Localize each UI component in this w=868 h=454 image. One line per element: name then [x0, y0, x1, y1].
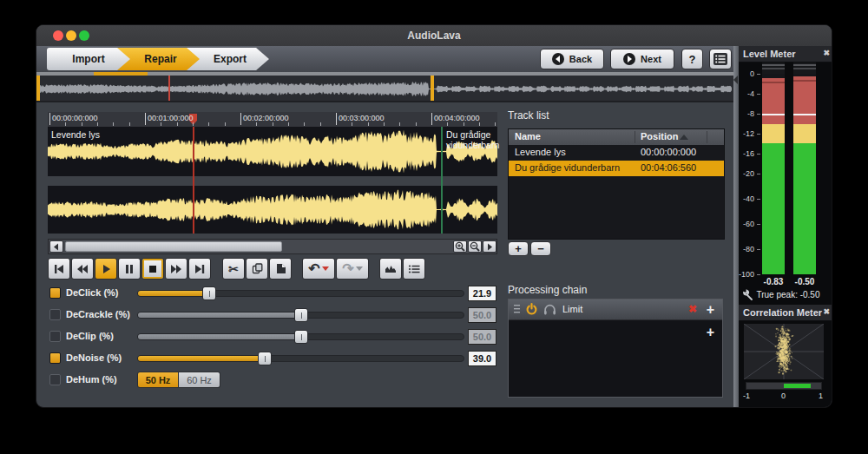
- overview-position-strip[interactable]: [36, 72, 733, 76]
- drag-handle-icon[interactable]: [514, 305, 521, 314]
- declip-checkbox[interactable]: [49, 331, 61, 342]
- scroll-right-icon: [486, 243, 493, 251]
- level-scale-label: -60: [739, 220, 754, 228]
- chain-item-limit[interactable]: Limit ✖ +: [509, 299, 722, 320]
- timeline-ruler[interactable]: 00:00:00:00000:01:00:00000:02:00:00000:0…: [48, 112, 497, 127]
- overview-visible-region[interactable]: [94, 72, 148, 76]
- timeline-minor-tick: [113, 122, 114, 126]
- correlation-scale-max: 1: [819, 391, 823, 400]
- declip-value[interactable]: 50.0: [468, 329, 496, 345]
- denoise-slider[interactable]: [137, 355, 464, 362]
- skip-to-end-button[interactable]: [188, 258, 211, 280]
- timeline-minor-tick: [495, 122, 496, 126]
- dehum-60hz-option[interactable]: 60 Hz: [179, 372, 220, 388]
- add-track-button[interactable]: +: [508, 241, 529, 256]
- decrackle-checkbox[interactable]: [49, 309, 61, 320]
- declick-checkbox[interactable]: [49, 287, 61, 299]
- decrackle-slider[interactable]: [137, 312, 464, 319]
- track-list-header[interactable]: Name Position: [509, 129, 724, 145]
- remove-track-minus-icon: −: [537, 242, 544, 255]
- waveform-channel-left[interactable]: [48, 127, 497, 176]
- append-effect-icon[interactable]: +: [707, 326, 714, 339]
- processing-chain-title: Processing chain: [508, 284, 587, 296]
- declick-slider[interactable]: [137, 290, 464, 297]
- rewind-button[interactable]: [71, 258, 94, 280]
- play-icon: [100, 264, 112, 274]
- column-header-name[interactable]: Name: [515, 131, 541, 141]
- session-overview[interactable]: [36, 72, 733, 102]
- skip-to-start-button[interactable]: [48, 258, 70, 280]
- back-button[interactable]: Back: [540, 49, 604, 69]
- waveform-channel-right[interactable]: [48, 186, 497, 234]
- stop-button[interactable]: [141, 258, 164, 280]
- waveform-left-svg: [48, 127, 497, 176]
- remove-effect-icon[interactable]: ✖: [688, 303, 697, 315]
- power-icon[interactable]: [525, 303, 538, 316]
- track-row-1-position: 00:00:00:000: [641, 147, 696, 157]
- level-scale-label: 0: [739, 69, 754, 78]
- tab-import[interactable]: Import: [47, 48, 130, 70]
- collapse-panel-icon[interactable]: [733, 76, 738, 84]
- paste-button[interactable]: [269, 258, 292, 280]
- denoise-slider-handle[interactable]: [258, 352, 272, 365]
- level-scale-tick: [757, 154, 760, 155]
- timeline-minor-tick: [416, 122, 417, 126]
- dehum-checkbox[interactable]: [49, 374, 61, 385]
- track-list-view-button[interactable]: [403, 258, 425, 280]
- track-boundary-line: [441, 127, 443, 234]
- headphones-monitor-icon[interactable]: [543, 303, 556, 316]
- declick-slider-handle[interactable]: [202, 286, 216, 300]
- play-button[interactable]: [95, 258, 117, 280]
- peak-hold-zone-left: [762, 63, 785, 74]
- level-bar-left: [762, 74, 785, 274]
- decrackle-slider-handle[interactable]: [294, 308, 308, 322]
- scrollbar-thumb[interactable]: [65, 241, 282, 252]
- declip-slider[interactable]: [137, 333, 464, 340]
- correlation-scale-zero: 0: [781, 391, 786, 400]
- log-list-button[interactable]: [709, 49, 732, 69]
- scroll-right-button[interactable]: [483, 240, 496, 253]
- overview-playhead[interactable]: [168, 76, 170, 101]
- track-row-1[interactable]: Levende lys 00:00:00:000: [509, 145, 724, 161]
- fast-forward-button[interactable]: [165, 258, 187, 280]
- redo-dropdown-icon[interactable]: [356, 266, 363, 271]
- undo-button[interactable]: ↶: [302, 258, 335, 280]
- waveform-view-button[interactable]: [379, 258, 402, 280]
- zoom-out-button[interactable]: [468, 240, 482, 253]
- correlation-meter-close-icon[interactable]: ✖: [823, 307, 830, 316]
- level-scale-tick: [757, 134, 760, 135]
- wave-scrollbar[interactable]: [48, 239, 497, 254]
- track-row-2[interactable]: Du grådige vidunderbarn 00:04:06:560: [509, 161, 724, 176]
- scroll-left-button[interactable]: [49, 240, 63, 253]
- dehum-50hz-option[interactable]: 50 Hz: [137, 372, 179, 388]
- level-scale-label: -4: [739, 89, 754, 98]
- help-button[interactable]: ?: [681, 49, 703, 69]
- column-separator[interactable]: [707, 131, 707, 143]
- correlation-value-segment: [784, 384, 811, 388]
- next-arrow-icon: [623, 53, 635, 65]
- denoise-checkbox[interactable]: [49, 352, 61, 364]
- column-separator[interactable]: [635, 131, 635, 143]
- declick-value[interactable]: 21.9: [468, 286, 496, 301]
- denoise-value[interactable]: 39.0: [468, 351, 496, 366]
- declip-slider-handle[interactable]: [294, 330, 308, 344]
- list-icon: [713, 53, 727, 65]
- cut-button[interactable]: ✂: [222, 258, 245, 280]
- goniometer-scatter: [744, 324, 824, 379]
- remove-track-button[interactable]: −: [530, 241, 551, 256]
- decrackle-value[interactable]: 50.0: [468, 307, 496, 323]
- redo-button[interactable]: ↷: [336, 258, 369, 280]
- pause-button[interactable]: [118, 258, 141, 280]
- track-list-title: Track list: [508, 109, 549, 122]
- level-meter-close-icon[interactable]: ✖: [823, 49, 830, 57]
- undo-dropdown-icon[interactable]: [322, 266, 329, 271]
- zoom-in-button[interactable]: [453, 240, 467, 253]
- copy-button[interactable]: [246, 258, 268, 280]
- next-button[interactable]: Next: [610, 49, 674, 69]
- add-effect-icon[interactable]: +: [707, 303, 714, 317]
- meter-panel: Level Meter ✖ 0-4-8-12-16-20-40-60-80-10…: [739, 46, 832, 408]
- zoom-in-icon: [455, 241, 465, 252]
- column-header-position[interactable]: Position: [641, 131, 678, 141]
- zoom-out-icon: [470, 241, 480, 252]
- dehum-60hz-label: 60 Hz: [187, 375, 212, 385]
